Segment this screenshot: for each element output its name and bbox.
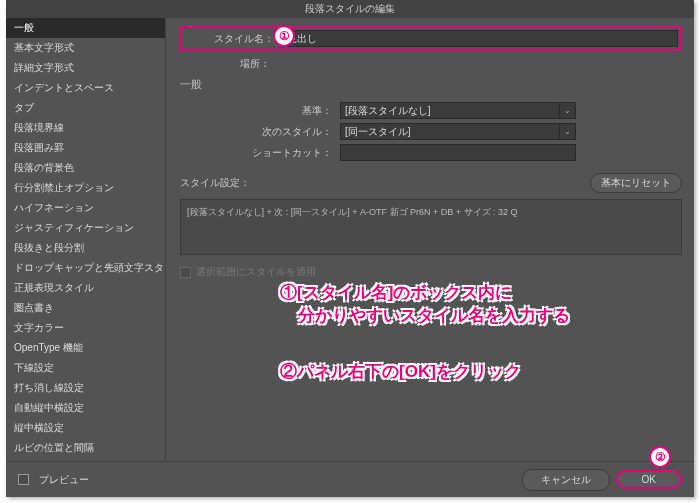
location-row: 場所： xyxy=(180,57,682,71)
sidebar-item[interactable]: インデントとスペース xyxy=(6,78,165,98)
sidebar-item[interactable]: ドロップキャップと先頭文字スタイル xyxy=(6,258,165,278)
reset-button[interactable]: 基本にリセット xyxy=(590,173,682,193)
style-name-input[interactable] xyxy=(282,30,678,47)
chevron-down-icon[interactable]: ⌄ xyxy=(560,123,576,140)
instruction-2: ②パネル右下の[OK]をクリック xyxy=(280,360,521,383)
chevron-down-icon[interactable]: ⌄ xyxy=(560,102,576,119)
sidebar-item[interactable]: 詳細文字形式 xyxy=(6,58,165,78)
next-style-label: 次のスタイル： xyxy=(180,125,340,139)
section-title: 一般 xyxy=(180,77,682,92)
shortcut-row: ショートカット： xyxy=(180,144,682,161)
next-style-value: [同一スタイル] xyxy=(345,125,411,139)
next-style-select[interactable]: [同一スタイル] xyxy=(340,123,560,140)
sidebar-item[interactable]: 段落囲み罫 xyxy=(6,138,165,158)
shortcut-label: ショートカット： xyxy=(180,146,340,160)
dialog-footer: プレビュー キャンセル OK xyxy=(6,461,694,497)
sidebar-item[interactable]: ハイフネーション xyxy=(6,198,165,218)
main-panel: スタイル名： 場所： 一般 基準： [段落スタイルなし] ⌄ 次のスタイル： [… xyxy=(166,18,694,461)
style-name-row: スタイル名： xyxy=(180,26,682,51)
sidebar-item[interactable]: 基本文字形式 xyxy=(6,38,165,58)
based-on-row: 基準： [段落スタイルなし] ⌄ xyxy=(180,102,682,119)
sidebar-item[interactable]: 文字カラー xyxy=(6,318,165,338)
dialog-body: 一般基本文字形式詳細文字形式インデントとスペースタブ段落境界線段落囲み罫段落の背… xyxy=(6,18,694,461)
sidebar-item[interactable]: 段落境界線 xyxy=(6,118,165,138)
style-summary: [段落スタイルなし] + 次 : [同一スタイル] + A-OTF 新ゴ Pr6… xyxy=(180,199,682,255)
apply-checkbox[interactable] xyxy=(180,267,191,278)
shortcut-input[interactable] xyxy=(340,144,576,161)
sidebar-item[interactable]: 自動縦中横設定 xyxy=(6,398,165,418)
settings-header: スタイル設定： 基本にリセット xyxy=(180,173,682,193)
sidebar-item[interactable]: 正規表現スタイル xyxy=(6,278,165,298)
dialog-window: 段落スタイルの編集 一般基本文字形式詳細文字形式インデントとスペースタブ段落境界… xyxy=(6,0,694,497)
callout-2-icon: ② xyxy=(649,446,671,468)
preview-label: プレビュー xyxy=(39,473,89,487)
sidebar-item[interactable]: 段抜きと段分割 xyxy=(6,238,165,258)
callout-1-icon: ① xyxy=(273,25,295,47)
instruction-1a: ①[スタイル名]のボックス内に xyxy=(280,281,512,304)
settings-label: スタイル設定： xyxy=(180,176,250,190)
style-name-label: スタイル名： xyxy=(184,32,282,46)
sidebar-item[interactable]: タブ xyxy=(6,98,165,118)
apply-label: 選択範囲にスタイルを適用 xyxy=(196,265,316,279)
sidebar-item[interactable]: 縦中横設定 xyxy=(6,418,165,438)
based-on-label: 基準： xyxy=(180,104,340,118)
sidebar-item[interactable]: ジャスティフィケーション xyxy=(6,218,165,238)
sidebar-item[interactable]: 下線設定 xyxy=(6,358,165,378)
preview-checkbox[interactable] xyxy=(18,474,29,485)
sidebar-item[interactable]: OpenType 機能 xyxy=(6,338,165,358)
instruction-1b: 分かりやすいスタイル名を入力する xyxy=(298,304,570,327)
next-style-row: 次のスタイル： [同一スタイル] ⌄ xyxy=(180,123,682,140)
dialog-title: 段落スタイルの編集 xyxy=(6,0,694,18)
sidebar-item[interactable]: 行分割禁止オプション xyxy=(6,178,165,198)
sidebar-item[interactable]: 圏点書き xyxy=(6,298,165,318)
based-on-select[interactable]: [段落スタイルなし] xyxy=(340,102,560,119)
sidebar-item[interactable]: 打ち消し線設定 xyxy=(6,378,165,398)
ok-button[interactable]: OK xyxy=(616,470,682,489)
sidebar-item[interactable]: ルビの位置と間隔 xyxy=(6,438,165,458)
apply-to-selection-row: 選択範囲にスタイルを適用 xyxy=(180,265,682,279)
sidebar-item[interactable]: 一般 xyxy=(6,18,165,38)
cancel-button[interactable]: キャンセル xyxy=(522,469,610,491)
location-label: 場所： xyxy=(180,57,278,71)
category-sidebar[interactable]: 一般基本文字形式詳細文字形式インデントとスペースタブ段落境界線段落囲み罫段落の背… xyxy=(6,18,166,461)
sidebar-item[interactable]: 段落の背景色 xyxy=(6,158,165,178)
based-on-value: [段落スタイルなし] xyxy=(345,104,431,118)
